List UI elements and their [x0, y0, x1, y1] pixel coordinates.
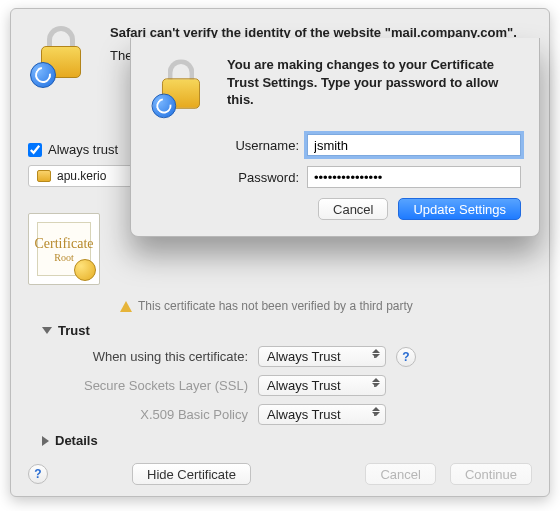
certificate-graphic: Certificate Root	[28, 213, 100, 285]
warning-icon	[120, 301, 132, 312]
lock-icon	[36, 24, 86, 82]
details-disclosure[interactable]: Details	[42, 433, 532, 448]
chevron-right-icon	[42, 436, 49, 446]
certificate-tree-item-label: apu.kerio	[57, 169, 106, 183]
always-trust-checkbox[interactable]	[28, 143, 42, 157]
auth-sheet: You are making changes to your Certifica…	[130, 38, 540, 237]
hide-certificate-button[interactable]: Hide Certificate	[132, 463, 251, 485]
password-field[interactable]	[307, 166, 521, 188]
details-section-label: Details	[55, 433, 98, 448]
always-trust-label: Always trust	[48, 142, 118, 157]
username-label: Username:	[149, 138, 299, 153]
trust-settings: When using this certificate: Always Trus…	[28, 346, 532, 425]
auth-sheet-icon	[149, 56, 213, 114]
trust-disclosure[interactable]: Trust	[42, 323, 532, 338]
auth-sheet-message: You are making changes to your Certifica…	[227, 56, 521, 114]
trust-help-button[interactable]: ?	[396, 347, 416, 367]
username-field[interactable]	[307, 134, 521, 156]
dialog-bottom-bar: ? Hide Certificate Cancel Continue	[28, 463, 532, 485]
certificate-chip-icon	[37, 170, 51, 182]
continue-button: Continue	[450, 463, 532, 485]
chevron-down-icon	[42, 327, 52, 334]
trust-section-label: Trust	[58, 323, 90, 338]
x509-label: X.509 Basic Policy	[28, 407, 248, 422]
certificate-warning: This certificate has not been verified b…	[120, 299, 532, 313]
dialog-icon	[28, 24, 94, 82]
when-using-label: When using this certificate:	[28, 349, 248, 364]
seal-icon	[74, 259, 96, 281]
dialog-help-button[interactable]: ?	[28, 464, 48, 484]
certificate-warning-text: This certificate has not been verified b…	[138, 299, 413, 313]
password-label: Password:	[149, 170, 299, 185]
update-settings-button[interactable]: Update Settings	[398, 198, 521, 220]
certificate-tree-item[interactable]: apu.kerio	[28, 165, 142, 187]
safari-badge-icon	[152, 94, 177, 119]
x509-popup[interactable]: Always Trust	[258, 404, 386, 425]
cancel-button: Cancel	[365, 463, 435, 485]
ssl-label: Secure Sockets Layer (SSL)	[28, 378, 248, 393]
safari-badge-icon	[30, 62, 56, 88]
auth-cancel-button[interactable]: Cancel	[318, 198, 388, 220]
always-trust-checkbox-row[interactable]: Always trust	[28, 142, 142, 157]
when-using-popup[interactable]: Always Trust	[258, 346, 386, 367]
ssl-popup[interactable]: Always Trust	[258, 375, 386, 396]
